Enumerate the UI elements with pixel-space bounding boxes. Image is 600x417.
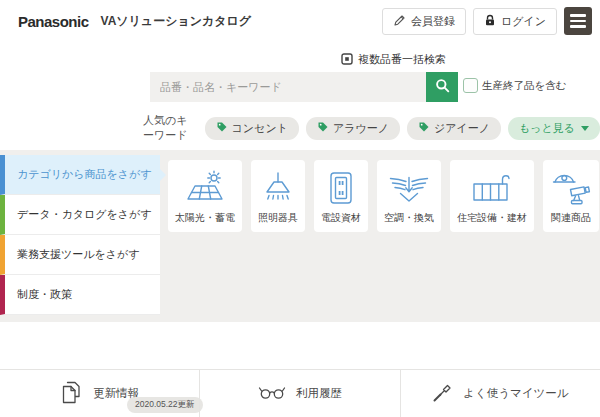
search-section: 複数品番一括検索 生産終了品を含む 人気のキーワード コンセント アラウーノ ジ… xyxy=(0,42,600,150)
tag-icon xyxy=(317,121,329,135)
popular-keywords-row: 人気のキーワード コンセント アラウーノ ジアイーノ もっと見る xyxy=(143,113,600,143)
cabinet-hook-icon xyxy=(471,167,513,209)
tile-label: 住宅設備・建材 xyxy=(457,211,527,225)
footer-bar: 更新情報 2020.05.22更新 利用履歴 よく使うマイツール xyxy=(0,369,600,417)
search-bar xyxy=(150,72,458,102)
footer-item-history[interactable]: 利用履歴 xyxy=(199,370,399,417)
header: Panasonic VAソリューションカタログ 会員登録 ログイン xyxy=(0,0,600,42)
sidebar-item-data-catalog[interactable]: データ・カタログをさがす xyxy=(0,195,160,235)
screwdriver-icon xyxy=(432,382,453,405)
update-date-badge: 2020.05.22更新 xyxy=(127,397,203,413)
footer-item-label: 利用履歴 xyxy=(296,386,342,401)
glasses-icon xyxy=(258,385,286,402)
footer-item-mytools[interactable]: よく使うマイツール xyxy=(400,370,600,417)
tile-wiring[interactable]: 電設資材 xyxy=(314,160,368,232)
batch-search-label: 複数品番一括検索 xyxy=(358,52,446,67)
login-button[interactable]: ログイン xyxy=(473,8,557,35)
tile-label: 関連商品 xyxy=(551,211,591,225)
category-tiles: 太陽光・蓄電 照明器具 電設資材 xyxy=(160,150,600,322)
hamburger-icon xyxy=(570,14,586,17)
documents-icon xyxy=(60,379,83,408)
lock-icon xyxy=(484,14,496,29)
tile-label: 空調・換気 xyxy=(384,211,434,225)
tile-housing[interactable]: 住宅設備・建材 xyxy=(450,160,534,232)
keyword-label: ジアイーノ xyxy=(434,121,490,136)
register-button[interactable]: 会員登録 xyxy=(382,8,466,35)
more-keywords-label: もっと見る xyxy=(519,121,575,136)
keyword-pill-concent[interactable]: コンセント xyxy=(205,117,299,140)
include-discontinued-checkbox[interactable] xyxy=(463,78,478,93)
tag-icon xyxy=(418,121,430,135)
sidebar-item-support-tools[interactable]: 業務支援ツールをさがす xyxy=(0,235,160,275)
pencil-icon xyxy=(393,14,406,29)
pendant-light-icon xyxy=(258,167,298,209)
tile-related[interactable]: 関連商品 xyxy=(543,160,599,232)
keyword-label: アラウーノ xyxy=(333,121,389,136)
sidebar-item-label: 制度・政策 xyxy=(17,287,72,302)
footer-item-updates[interactable]: 更新情報 2020.05.22更新 xyxy=(0,370,199,417)
include-discontinued-option[interactable]: 生産終了品を含む xyxy=(463,78,567,93)
keyword-pill-jiaino[interactable]: ジアイーノ xyxy=(407,117,501,140)
more-keywords-button[interactable]: もっと見る xyxy=(508,117,600,140)
batch-search-icon xyxy=(341,53,353,67)
panasonic-logo: Panasonic xyxy=(18,13,89,30)
site-title: VAソリューションカタログ xyxy=(101,13,252,30)
sidebar-item-policy[interactable]: 制度・政策 xyxy=(0,275,160,315)
tag-icon xyxy=(216,121,228,135)
tile-lighting[interactable]: 照明器具 xyxy=(251,160,305,232)
sidebar-item-label: 業務支援ツールをさがす xyxy=(17,247,140,262)
tile-label: 太陽光・蓄電 xyxy=(175,211,235,225)
login-button-label: ログイン xyxy=(501,14,546,29)
solar-panel-icon xyxy=(181,167,229,209)
sidebar: カテゴリから商品をさがす データ・カタログをさがす 業務支援ツールをさがす 制度… xyxy=(0,155,160,322)
keyword-pill-arauno[interactable]: アラウーノ xyxy=(306,117,400,140)
airflow-icon xyxy=(387,167,431,209)
tile-solar[interactable]: 太陽光・蓄電 xyxy=(168,160,242,232)
search-icon xyxy=(435,78,450,96)
register-button-label: 会員登録 xyxy=(411,14,455,29)
tile-hvac[interactable]: 空調・換気 xyxy=(377,160,441,232)
header-actions: 会員登録 ログイン xyxy=(382,7,592,35)
sidebar-item-label: カテゴリから商品をさがす xyxy=(17,167,152,182)
menu-button[interactable] xyxy=(564,7,592,35)
footer-item-label: よく使うマイツール xyxy=(463,386,568,401)
tile-label: 照明器具 xyxy=(258,211,298,225)
tile-label: 電設資材 xyxy=(321,211,361,225)
keyword-label: コンセント xyxy=(232,121,288,136)
search-input[interactable] xyxy=(150,72,426,102)
sidebar-item-categories[interactable]: カテゴリから商品をさがす xyxy=(0,155,160,195)
search-button[interactable] xyxy=(426,72,458,102)
main-content: カテゴリから商品をさがす データ・カタログをさがす 業務支援ツールをさがす 制度… xyxy=(0,150,600,322)
outlet-plate-icon xyxy=(328,167,354,209)
popular-keywords-label: 人気のキーワード xyxy=(143,113,196,143)
batch-search-link[interactable]: 複数品番一括検索 xyxy=(341,52,446,67)
sidebar-item-label: データ・カタログをさがす xyxy=(17,207,152,222)
include-discontinued-label: 生産終了品を含む xyxy=(482,79,567,93)
chevron-down-icon xyxy=(581,126,589,131)
security-camera-icon xyxy=(550,167,592,209)
